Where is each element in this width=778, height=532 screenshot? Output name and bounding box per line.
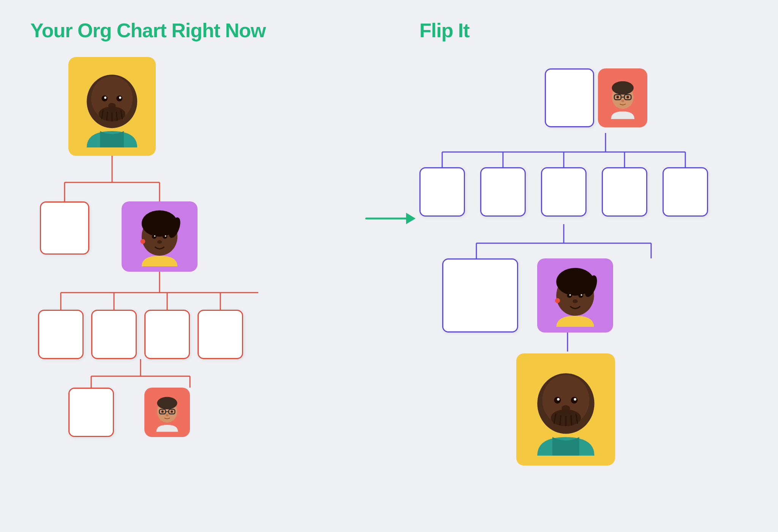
right-title: Flip It [419, 19, 748, 42]
svg-point-74 [572, 299, 577, 303]
svg-point-72 [581, 294, 582, 296]
svg-point-70 [578, 293, 583, 298]
svg-point-37 [157, 397, 177, 409]
svg-point-80 [574, 398, 576, 401]
svg-point-35 [157, 240, 162, 244]
right-row2-5 [663, 167, 708, 217]
left-botbot-1 [68, 388, 114, 437]
left-chart [30, 57, 359, 418]
right-row2-2 [480, 167, 526, 217]
svg-line-25 [117, 112, 117, 120]
right-row2-1 [419, 167, 465, 217]
left-glasses-avatar [144, 388, 190, 437]
svg-point-41 [161, 410, 164, 413]
svg-point-71 [569, 294, 571, 296]
svg-line-86 [571, 415, 571, 426]
left-mid-avatar [122, 201, 198, 272]
svg-point-43 [166, 414, 168, 416]
svg-point-19 [119, 97, 122, 99]
direction-arrow [362, 209, 416, 228]
svg-line-84 [560, 415, 561, 426]
right-mid-empty [442, 258, 518, 332]
left-bot-1 [38, 310, 84, 359]
svg-point-32 [154, 235, 156, 237]
svg-point-69 [567, 293, 572, 298]
left-title: Your Org Chart Right Now [30, 19, 359, 42]
right-glasses-avatar [598, 68, 647, 127]
svg-point-65 [621, 100, 624, 102]
left-mid-empty [40, 201, 89, 255]
svg-point-63 [616, 96, 619, 98]
right-chart [419, 57, 748, 418]
right-bottom-avatar [516, 353, 615, 466]
left-section: Your Org Chart Right Now [30, 19, 359, 513]
right-top-empty [545, 68, 594, 127]
arrow-container [359, 19, 419, 228]
right-section: Flip It [419, 19, 748, 513]
svg-line-23 [107, 112, 108, 120]
svg-point-59 [612, 81, 633, 94]
left-bot-3 [144, 310, 190, 359]
svg-point-42 [171, 410, 173, 413]
svg-point-30 [152, 234, 157, 239]
svg-marker-45 [406, 213, 416, 224]
svg-point-18 [104, 97, 106, 99]
left-bot-2 [91, 310, 137, 359]
right-row2-4 [602, 167, 647, 217]
svg-point-33 [165, 235, 166, 237]
svg-point-64 [626, 96, 629, 98]
svg-point-73 [555, 298, 560, 303]
left-top-avatar [68, 57, 156, 156]
left-bot-4 [198, 310, 243, 359]
page-container: Your Org Chart Right Now [0, 0, 778, 532]
svg-point-34 [141, 239, 145, 244]
svg-point-79 [557, 398, 560, 401]
right-row2-3 [541, 167, 587, 217]
svg-point-31 [163, 234, 168, 239]
right-mid-avatar [537, 258, 613, 332]
